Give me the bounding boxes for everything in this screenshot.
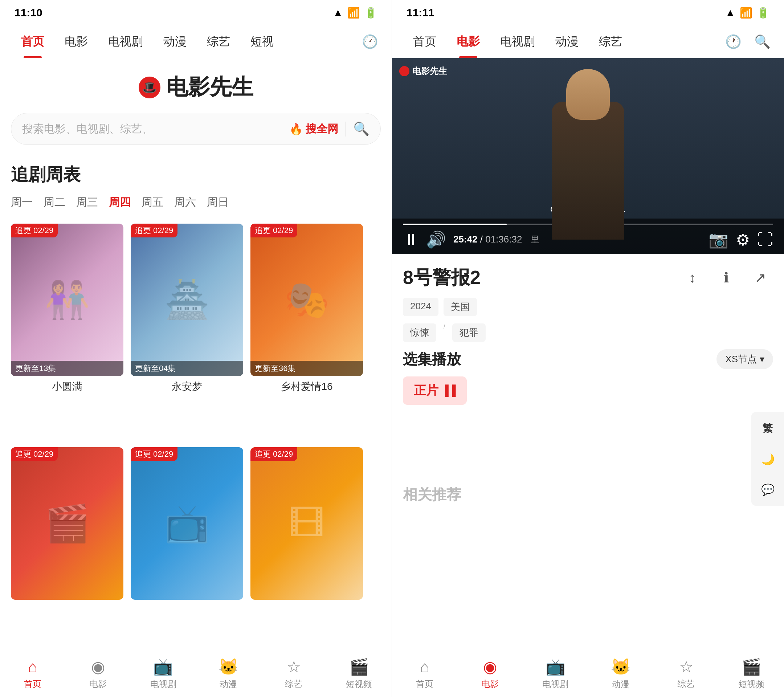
fullscreen-button[interactable]: ⛶: [757, 231, 773, 249]
tag-year[interactable]: 2024: [403, 298, 438, 316]
anime-label-right: 动漫: [612, 679, 629, 690]
week-tab-thu[interactable]: 周四: [109, 192, 131, 213]
bottom-nav-right: ⌂ 首页 ◉ 电影 📺 电视剧 🐱 动漫 ☆ 综艺 🎬 短视频: [392, 650, 784, 697]
nav-item-variety-left[interactable]: 综艺: [197, 25, 240, 58]
volume-button[interactable]: 🔊: [426, 230, 446, 249]
nav-item-variety-right[interactable]: 综艺: [589, 25, 632, 58]
status-icons-right: ▲ 📶 🔋: [725, 7, 769, 19]
tag-genre1[interactable]: 惊悚: [403, 323, 436, 342]
week-tab-sat[interactable]: 周六: [174, 192, 196, 213]
bottom-nav-home-right[interactable]: ⌂ 首页: [392, 650, 457, 697]
nav-item-tv-left[interactable]: 电视剧: [98, 25, 153, 58]
float-dark-btn[interactable]: 🌙: [755, 446, 781, 471]
show-title-1: 永安梦: [131, 380, 243, 394]
nav-item-anime-right[interactable]: 动漫: [545, 25, 589, 58]
nav-bar-right: 首页 电影 电视剧 动漫 综艺 🕐 🔍: [392, 25, 784, 58]
nav-item-short-left[interactable]: 短视: [240, 25, 284, 58]
video-logo-text: 电影先生: [412, 65, 447, 77]
show-card-2[interactable]: 追更 02/29 🎭 更新至36集 乡村爱情16: [250, 224, 363, 440]
show-card-3[interactable]: 追更 02/29 🎬: [11, 447, 124, 646]
tag-country[interactable]: 美国: [443, 298, 477, 316]
show-card-4[interactable]: 追更 02/29 📺: [131, 447, 243, 646]
nav-item-tv-right[interactable]: 电视剧: [490, 25, 545, 58]
pause-button[interactable]: ⏸: [403, 231, 419, 249]
screenshot-button[interactable]: 📷: [708, 230, 728, 249]
bottom-nav-tv-left[interactable]: 📺 电视剧: [131, 650, 196, 697]
tv-label-left: 电视剧: [150, 679, 176, 690]
status-bar-right: 11:11 ▲ 📶 🔋: [392, 0, 784, 25]
genre-divider: /: [443, 323, 445, 342]
sort-icon[interactable]: ↕: [679, 265, 705, 290]
home-icon-right: ⌂: [420, 658, 430, 676]
variety-label-left: 综艺: [285, 678, 302, 690]
nav-icons-right: 🕐 🔍: [722, 31, 773, 53]
bottom-nav-variety-left[interactable]: ☆ 综艺: [261, 650, 326, 697]
episode-main-btn[interactable]: 正片 ▐▐: [403, 376, 467, 405]
show-card-5[interactable]: 追更 02/29 🎞: [250, 447, 363, 646]
bottom-nav-tv-right[interactable]: 📺 电视剧: [523, 650, 588, 697]
bottom-nav-left: ⌂ 首页 ◉ 电影 📺 电视剧 🐱 动漫 ☆ 综艺 🎬 短视频: [0, 650, 392, 697]
week-tab-wed[interactable]: 周三: [76, 192, 98, 213]
bottom-nav-anime-right[interactable]: 🐱 动漫: [588, 650, 653, 697]
show-thumb-emoji-2: 🎭: [250, 224, 363, 376]
short-label-left: 短视频: [346, 679, 372, 690]
search-submit-btn[interactable]: 🔍: [353, 121, 369, 137]
show-card-0[interactable]: 追更 02/29 👫 更新至13集 小圆满: [11, 224, 124, 440]
episode-label: 里: [530, 234, 539, 244]
logo-icon: 🎩: [138, 77, 160, 98]
settings-button[interactable]: ⚙: [736, 231, 750, 249]
nav-item-movie-right[interactable]: 电影: [446, 25, 490, 58]
show-card-1[interactable]: 追更 02/29 🏯 更新至04集 永安梦: [131, 224, 243, 440]
search-icon-right[interactable]: 🔍: [751, 31, 773, 53]
bottom-nav-movie-left[interactable]: ◉ 电影: [65, 650, 131, 697]
movie-title: 8号警报2: [403, 265, 679, 290]
bottom-nav-variety-right[interactable]: ☆ 综艺: [653, 650, 719, 697]
wifi-icon: 📶: [348, 7, 360, 19]
week-tab-tue[interactable]: 周二: [44, 192, 65, 213]
bottom-nav-anime-left[interactable]: 🐱 动漫: [196, 650, 261, 697]
week-tab-sun[interactable]: 周日: [207, 192, 229, 213]
search-hot-btn[interactable]: 🔥 搜全网: [289, 122, 346, 137]
right-content: 8号警报2 ↕ ℹ ↗ 2024 美国 惊悚 / 犯罪 选集播放 XS节点 ▾: [392, 254, 784, 650]
variety-icon-right: ☆: [679, 657, 693, 676]
show-badge-0: 追更 02/29: [11, 224, 58, 237]
video-figure-wrap: [552, 73, 624, 240]
tags-row-genre: 惊悚 / 犯罪: [403, 323, 773, 342]
show-thumb-4: 追更 02/29 📺: [131, 447, 243, 600]
logo-text: 电影先生: [166, 73, 254, 102]
variety-label-right: 综艺: [677, 678, 695, 690]
video-player[interactable]: 电影先生 Get her out of here. ⏸ 🔊 25:42 / 01…: [392, 58, 784, 254]
show-thumb-emoji-5: 🎞: [250, 447, 363, 600]
fire-icon: 🔥: [289, 123, 303, 135]
history-icon-right[interactable]: 🕐: [722, 31, 744, 53]
status-icons-left: ▲ 📶 🔋: [333, 7, 377, 19]
movie-title-row: 8号警报2 ↕ ℹ ↗: [403, 265, 773, 290]
tv-icon-right: 📺: [545, 657, 565, 676]
week-tab-mon[interactable]: 周一: [11, 192, 33, 213]
nav-item-anime-left[interactable]: 动漫: [153, 25, 197, 58]
time-total: 01:36:32: [485, 234, 522, 245]
share-icon[interactable]: ↗: [748, 265, 773, 290]
xs-dropdown[interactable]: XS节点 ▾: [716, 349, 773, 369]
search-bar[interactable]: 搜索电影、电视剧、综艺、 🔥 搜全网 🔍: [11, 113, 381, 145]
episode-section-title: 选集播放: [403, 349, 461, 369]
tag-genre2[interactable]: 犯罪: [452, 323, 486, 342]
nav-item-movie-left[interactable]: 电影: [54, 25, 98, 58]
tv-label-right: 电视剧: [542, 679, 568, 690]
bottom-nav-short-left[interactable]: 🎬 短视频: [326, 650, 392, 697]
nav-item-home-right[interactable]: 首页: [403, 25, 446, 58]
history-icon-left[interactable]: 🕐: [359, 31, 381, 53]
movie-icon-right: ◉: [483, 657, 497, 676]
show-thumb-3: 追更 02/29 🎬: [11, 447, 124, 600]
info-icon[interactable]: ℹ: [713, 265, 739, 290]
bottom-nav-short-right[interactable]: 🎬 短视频: [719, 650, 784, 697]
float-trad-btn[interactable]: 繁: [755, 416, 781, 441]
bottom-nav-movie-right[interactable]: ◉ 电影: [457, 650, 523, 697]
dropdown-arrow-icon: ▾: [760, 354, 764, 365]
anime-label-left: 动漫: [220, 679, 237, 690]
show-thumb-emoji-4: 📺: [131, 447, 243, 600]
related-section-title: 相关推荐: [403, 484, 773, 504]
nav-item-home-left[interactable]: 首页: [11, 25, 54, 58]
bottom-nav-home-left[interactable]: ⌂ 首页: [0, 650, 65, 697]
week-tab-fri[interactable]: 周五: [142, 192, 163, 213]
